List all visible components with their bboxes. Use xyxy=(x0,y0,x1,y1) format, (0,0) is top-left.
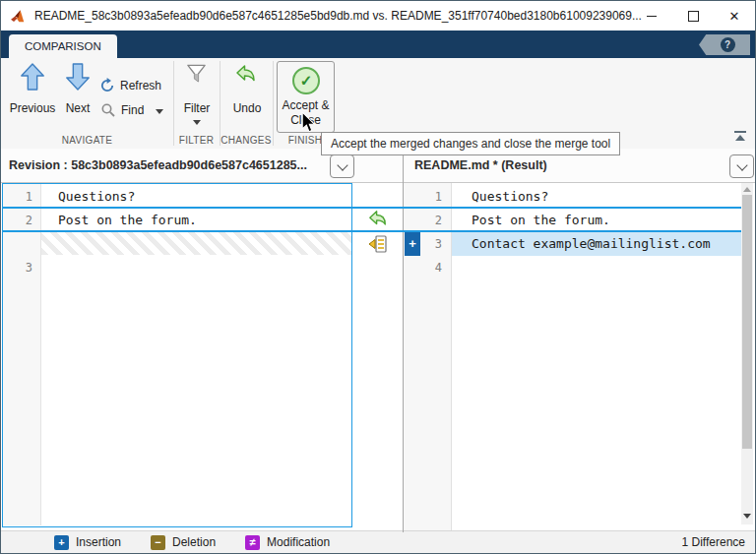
left-pane-menu-button[interactable] xyxy=(330,154,354,178)
tab-comparison[interactable]: COMPARISON xyxy=(9,34,117,58)
legend-insertion: + Insertion xyxy=(54,535,121,550)
close-button[interactable]: ✕ xyxy=(714,1,755,31)
window-controls: ✕ xyxy=(631,1,755,31)
scroll-down-icon[interactable] xyxy=(743,514,751,519)
scroll-up-icon[interactable] xyxy=(743,187,751,192)
minimize-icon xyxy=(647,16,657,17)
close-icon: ✕ xyxy=(729,10,740,23)
mouse-cursor-icon xyxy=(300,111,316,133)
legend-insertion-label: Insertion xyxy=(76,535,121,549)
accept-close-label-line1: Accept & xyxy=(278,98,334,112)
left-line-number-gutter xyxy=(3,184,41,525)
vertical-scrollbar[interactable] xyxy=(741,183,753,524)
legend-deletion: − Deletion xyxy=(151,535,216,550)
chevron-down-icon xyxy=(736,159,747,170)
left-code-line[interactable]: Questions? xyxy=(58,185,135,209)
insertion-icon: + xyxy=(54,535,69,550)
legend-deletion-label: Deletion xyxy=(172,535,216,549)
title-bar: README_58c3b0893a5efeadb90d6e587c4651285… xyxy=(1,1,755,31)
undo-change-icon[interactable] xyxy=(367,210,389,229)
collapse-ribbon-arrow-icon xyxy=(735,135,745,141)
maximize-button[interactable] xyxy=(672,1,714,31)
group-separator xyxy=(173,61,174,146)
right-pane-menu-button[interactable] xyxy=(729,154,754,178)
right-code-line[interactable]: Questions? xyxy=(472,185,548,209)
filter-funnel-icon xyxy=(185,63,208,85)
group-label-changes: CHANGES xyxy=(220,135,273,146)
right-line-number: 4 xyxy=(414,256,442,279)
left-line-number: 3 xyxy=(1,256,32,279)
comparison-code-area: 1 2 3 Questions? Post on the forum. + 1 … xyxy=(1,183,755,532)
scrollbar-thumb[interactable] xyxy=(742,195,752,449)
right-line-number: 2 xyxy=(414,209,442,232)
collapse-ribbon-button[interactable] xyxy=(733,131,747,141)
right-line-number: 1 xyxy=(414,185,442,209)
next-arrow-icon xyxy=(65,63,91,91)
status-bar: + Insertion − Deletion ≠ Modification 1 … xyxy=(1,530,755,553)
right-code-line[interactable]: Contact example@mailinglist.com xyxy=(472,232,711,256)
refresh-button[interactable]: Refresh xyxy=(120,79,161,92)
insertion-badge: + xyxy=(405,232,420,256)
ribbon-tab-strip: COMPARISON ? xyxy=(1,31,755,58)
matlab-logo-icon xyxy=(10,8,27,25)
undo-arrow-icon xyxy=(234,64,258,86)
selected-diff-top-line xyxy=(2,207,741,209)
filter-dropdown-icon[interactable] xyxy=(193,120,201,125)
window-title: README_58c3b0893a5efeadb90d6e587c4651285… xyxy=(34,9,642,23)
next-button[interactable]: Next xyxy=(58,101,97,115)
filter-button[interactable]: Filter xyxy=(176,101,218,115)
previous-button[interactable]: Previous xyxy=(5,101,60,115)
undo-button[interactable]: Undo xyxy=(223,101,271,115)
find-button[interactable]: Find xyxy=(121,103,144,117)
group-separator xyxy=(220,61,220,146)
accept-check-icon: ✓ xyxy=(292,67,320,94)
chevron-down-icon xyxy=(337,159,347,170)
help-icon: ? xyxy=(721,37,735,52)
collapse-ribbon-icon xyxy=(734,131,746,133)
tooltip: Accept the merged changes and close the … xyxy=(321,132,620,155)
legend-modification-label: Modification xyxy=(267,535,330,549)
left-pane-title: Revision : 58c3b0893a5efeadb90d6e587c465… xyxy=(9,149,307,182)
difference-count: 1 Difference xyxy=(682,535,745,549)
group-label-filter: FILTER xyxy=(173,135,220,146)
merge-change-icon[interactable] xyxy=(368,234,388,254)
find-dropdown-icon[interactable] xyxy=(156,109,163,114)
legend-modification: ≠ Modification xyxy=(245,535,330,550)
group-label-navigate: NAVIGATE xyxy=(1,135,173,146)
deletion-icon: − xyxy=(151,535,165,550)
selected-diff-bottom-line xyxy=(2,230,741,232)
modification-icon: ≠ xyxy=(245,535,260,550)
maximize-icon xyxy=(688,11,699,22)
left-code-line[interactable]: Post on the forum. xyxy=(58,209,197,232)
right-code-line[interactable]: Post on the forum. xyxy=(472,209,610,232)
group-separator xyxy=(273,61,274,146)
left-line-number: 1 xyxy=(1,185,32,209)
minimize-button[interactable] xyxy=(631,1,672,31)
left-missing-line-hatch xyxy=(41,232,352,255)
refresh-icon xyxy=(99,78,115,93)
previous-arrow-icon xyxy=(20,63,45,91)
help-button[interactable]: ? xyxy=(699,34,750,55)
search-icon xyxy=(100,102,116,118)
left-line-number: 2 xyxy=(1,209,32,232)
